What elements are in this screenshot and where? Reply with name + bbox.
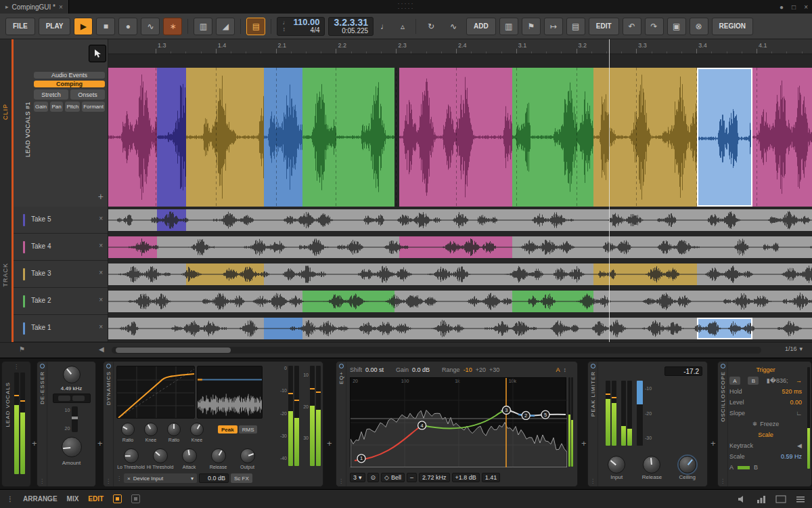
edit-button[interactable]: EDIT [589, 18, 619, 35]
timesig-value[interactable]: 4/4 [311, 27, 320, 35]
osc-channel-b-button[interactable]: B [748, 377, 759, 385]
limiter-knob[interactable]: Ceiling [679, 456, 696, 481]
take-lane[interactable] [108, 315, 812, 342]
ruler-tick[interactable]: 4.1 [757, 49, 757, 54]
ruler-tick[interactable]: 2.2 [336, 49, 336, 54]
drag-grip-icon[interactable]: ⋮ [590, 478, 595, 484]
ruler-tick[interactable]: 3.1 [516, 49, 517, 54]
device-limiter[interactable]: PEAK LIMITER ⋮ -17.2 -10-20-30 InputRele [587, 361, 708, 487]
duplicate-icon[interactable]: ▣ [667, 18, 686, 35]
tempo-display[interactable]: ♩↕ 110.00 4/4 [277, 17, 325, 36]
comp-region[interactable] [752, 68, 812, 207]
clear-icon[interactable]: × [127, 475, 131, 482]
knob[interactable] [167, 423, 181, 436]
eq-band-power-button[interactable]: ⊙ [367, 473, 380, 482]
insert-device-icon[interactable]: ▥ [499, 18, 518, 35]
comp-lane[interactable] [108, 68, 812, 207]
scroll-left-icon[interactable]: ◀ [99, 345, 104, 353]
comp-region[interactable] [157, 68, 186, 207]
take-lane[interactable] [108, 207, 812, 234]
timeline-ruler[interactable]: 1.31.42.12.22.32.43.13.23.33.44.1 [108, 39, 812, 54]
eq-band-slope-select[interactable]: – [407, 473, 417, 482]
stop-button[interactable]: ■ [96, 18, 115, 35]
mix-view-tab[interactable]: MIX [67, 495, 79, 503]
comp-region[interactable] [186, 68, 264, 207]
drag-grip-icon[interactable]: ⋮ [106, 478, 111, 484]
device-deesser[interactable]: DE-ESSER ⋮ 4.49 kHz 10 20 [37, 361, 96, 487]
play-button[interactable]: ▶ [74, 18, 93, 35]
ruler-tick[interactable]: 2.3 [396, 49, 397, 54]
cue-icon[interactable]: ♩ [377, 18, 392, 35]
add-take-button[interactable]: + [98, 191, 104, 202]
dynamics-input-select[interactable]: × Device Input ▾ [124, 473, 197, 483]
deesser-mode-button[interactable] [58, 396, 70, 401]
knob[interactable] [144, 423, 158, 436]
list-icon[interactable] [796, 495, 805, 503]
limiter-knob[interactable]: Release [642, 456, 662, 481]
deesser-mode-display[interactable] [53, 394, 91, 403]
deesser-mode-button[interactable] [72, 396, 85, 401]
take-lane[interactable] [108, 261, 812, 288]
eq-range-option[interactable]: -10 [464, 366, 472, 373]
eq-band-freq-value[interactable]: 2.72 kHz [419, 473, 450, 482]
flag-icon[interactable]: ⚑ [19, 345, 25, 353]
eq-gain-value[interactable]: 0.0 dB [412, 366, 430, 373]
panel-icon[interactable]: ▤ [566, 18, 585, 35]
tempo-value[interactable]: 110.00 [293, 18, 319, 27]
ruler-tick[interactable]: 3.2 [577, 49, 577, 54]
take-header[interactable]: Take 2× [14, 288, 108, 315]
audio-event-tool-icon[interactable]: ▥ [194, 18, 212, 35]
engine-status-icon[interactable]: ● [780, 3, 784, 11]
osc-scale-value[interactable]: 0.59 Hz [781, 453, 802, 460]
project-tab[interactable]: ▸ CompingGUI * × [0, 0, 69, 14]
drag-grip-icon[interactable]: ⋮ [116, 475, 122, 482]
onsets-button[interactable]: Onsets [70, 89, 105, 100]
take-header[interactable]: Take 1× [14, 315, 108, 342]
eq-band-selector[interactable]: 3▾ [350, 473, 365, 482]
comp-region[interactable] [302, 68, 394, 207]
position-bars[interactable]: 3.2.3.31 [334, 18, 368, 28]
record-button[interactable]: ● [118, 18, 137, 35]
dynamics-knob[interactable]: Hi Threshold [145, 448, 175, 470]
deesser-threshold-slider[interactable] [72, 406, 78, 432]
knob[interactable] [643, 456, 660, 473]
play-menu-button[interactable]: PLAY [39, 18, 71, 35]
device-power-button[interactable] [106, 364, 111, 368]
position-time[interactable]: 0:05.225 [342, 28, 368, 35]
osc-keytrack-icon[interactable]: ◀ [797, 442, 802, 449]
osc-slope-icon[interactable]: ∟ [796, 410, 802, 417]
marker-icon[interactable]: ⚑ [522, 18, 541, 35]
take-lanes[interactable] [108, 207, 812, 342]
osc-bars-icon[interactable]: ▮�836; [767, 377, 788, 384]
add-button[interactable]: ADD [466, 18, 496, 35]
dynamics-knob[interactable]: Attack [175, 448, 204, 470]
drag-grip-icon[interactable]: ⋮ [338, 478, 344, 484]
take-header[interactable]: Take 3× [14, 261, 108, 288]
clip-panel-label[interactable]: CLIP [2, 104, 9, 120]
knob[interactable] [121, 423, 135, 436]
arrange-view-tab[interactable]: ARRANGE [23, 495, 58, 503]
drag-grip-icon[interactable]: ⋮ [39, 478, 45, 484]
fade-tool-icon[interactable]: ◢ [216, 18, 235, 35]
take-remove-icon[interactable]: × [99, 215, 103, 222]
eq-range-option[interactable]: +30 [489, 366, 499, 373]
eq-ab-toggle[interactable]: A [556, 366, 560, 373]
drag-grip-icon[interactable]: ⋮ [7, 495, 14, 503]
arranger-automation-icon[interactable]: ∿ [444, 18, 463, 35]
deesser-freq-value[interactable]: 4.49 kHz [61, 385, 83, 391]
limiter-knob[interactable]: Input [608, 456, 625, 481]
take-remove-icon[interactable]: × [99, 296, 103, 303]
tab-close-icon[interactable]: × [59, 3, 63, 11]
peak-button[interactable]: Peak [218, 425, 238, 433]
automation-write-icon[interactable]: ∿ [141, 18, 160, 35]
limiter-readout[interactable]: -17.2 [664, 366, 702, 376]
display-icon[interactable] [775, 495, 786, 503]
dynamics-knob[interactable]: Ratio [162, 423, 185, 443]
metronome-toggle-icon[interactable]: ▵ [395, 18, 410, 35]
ruler-tick[interactable]: 2.1 [276, 49, 277, 54]
knob[interactable] [124, 448, 139, 463]
comp-region[interactable] [512, 68, 593, 207]
take-remove-icon[interactable]: × [99, 242, 103, 249]
overdub-icon[interactable]: ∗ [163, 18, 182, 35]
ruler-tick[interactable]: 2.4 [456, 49, 457, 54]
